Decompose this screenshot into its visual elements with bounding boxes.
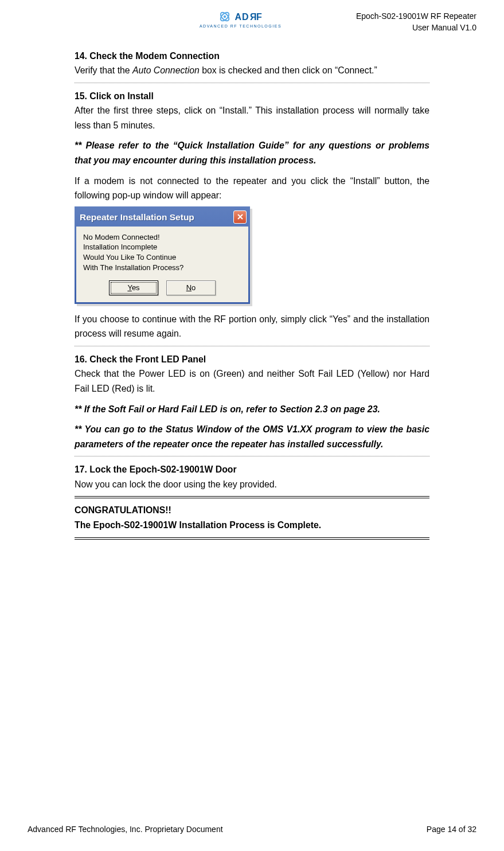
dialog-buttons: Yes No	[83, 280, 241, 295]
logo-subtext: ADVANCED RF TECHNOLOGIES	[200, 24, 282, 28]
footer-right: Page 14 of 32	[427, 825, 476, 834]
divider	[75, 346, 429, 346]
dialog-body: No Modem Connected! Installation Incompl…	[76, 227, 248, 302]
step-17-head: 17. Lock the Epoch-S02-19001W Door	[75, 462, 429, 477]
logo-area: ADRF ADVANCED RF TECHNOLOGIES	[28, 10, 345, 30]
double-rule	[75, 496, 429, 498]
dialog-line4: With The Installation Process?	[83, 263, 241, 273]
step-15: 15. Click on Install After the first thr…	[75, 89, 429, 341]
close-icon	[237, 214, 243, 220]
logo: ADRF ADVANCED RF TECHNOLOGIES	[200, 10, 282, 28]
footer-left: Advanced RF Technologies, Inc. Proprieta…	[28, 825, 223, 834]
congrats-line1: CONGRATULATIONS!!	[75, 503, 429, 518]
logo-icon	[218, 15, 233, 25]
dialog-line1: No Modem Connected!	[83, 232, 241, 243]
step-16-note1: ** If the Soft Fail or Hard Fail LED is …	[75, 402, 429, 417]
step-14-head: 14. Check the Modem Connection	[75, 49, 429, 64]
svg-point-2	[224, 15, 226, 18]
doc-title: Epoch-S02-19001W RF Repeater	[345, 10, 476, 22]
step-15-note: ** Please refer to the “Quick Installati…	[75, 138, 429, 167]
divider	[75, 456, 429, 456]
step-15-head: 15. Click on Install	[75, 89, 429, 104]
divider	[75, 83, 429, 83]
step-16: 16. Check the Front LED Panel Check that…	[75, 352, 429, 451]
step-16-body: Check that the Power LED is on (Green) a…	[75, 366, 429, 396]
header-meta: Epoch-S02-19001W RF Repeater User Manual…	[345, 10, 476, 34]
doc-version: User Manual V1.0	[345, 22, 476, 33]
step-17-body: Now you can lock the door using the key …	[75, 477, 429, 492]
dialog-titlebar: Repeater Installation Setup	[76, 208, 248, 227]
logo-text: ADRF	[235, 12, 262, 22]
close-button[interactable]	[233, 210, 247, 224]
no-button[interactable]: No	[166, 280, 216, 295]
yes-button[interactable]: Yes	[109, 280, 158, 295]
page-header: ADRF ADVANCED RF TECHNOLOGIES Epoch-S02-…	[28, 10, 476, 34]
double-rule	[75, 537, 429, 540]
step-15-body2: If a modem is not connected to the repea…	[75, 174, 429, 203]
step-15-body3: If you choose to continue with the RF po…	[75, 312, 429, 341]
step-14-body: Verify that the Auto Connection box is c…	[75, 63, 429, 78]
dialog-line2: Installation Incomplete	[83, 242, 241, 252]
dialog-window: Repeater Installation Setup No Modem Con…	[75, 206, 250, 304]
congrats-block: CONGRATULATIONS!! The Epoch-S02-19001W I…	[75, 503, 429, 532]
step-16-note2: ** You can go to the Status Window of th…	[75, 422, 429, 451]
step-14: 14. Check the Modem Connection Verify th…	[75, 49, 429, 78]
dialog-line3: Would You Like To Continue	[83, 252, 241, 263]
congrats-line2: The Epoch-S02-19001W Installation Proces…	[75, 518, 429, 533]
step-16-head: 16. Check the Front LED Panel	[75, 352, 429, 367]
step-15-body1: After the first three steps, click on “I…	[75, 103, 429, 132]
step-17: 17. Lock the Epoch-S02-19001W Door Now y…	[75, 462, 429, 491]
page-body: 14. Check the Modem Connection Verify th…	[28, 49, 476, 820]
page-footer: Advanced RF Technologies, Inc. Proprieta…	[28, 825, 476, 834]
dialog-title: Repeater Installation Setup	[80, 210, 233, 224]
